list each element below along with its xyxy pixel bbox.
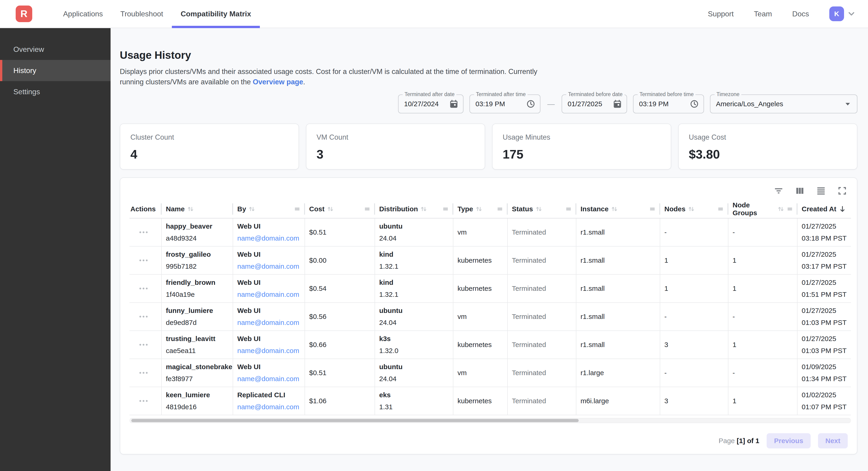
column-menu-icon[interactable] — [565, 206, 572, 212]
cell-status: Terminated — [508, 387, 576, 415]
created-by-email-link[interactable]: name@domain.com — [237, 403, 301, 411]
previous-button[interactable]: Previous — [767, 433, 811, 448]
row-actions-button[interactable] — [129, 331, 162, 358]
ellipsis-icon — [138, 286, 149, 291]
column-menu-icon[interactable] — [294, 206, 300, 212]
col-header-created-at[interactable]: Created At — [798, 200, 851, 218]
row-actions-button[interactable] — [129, 275, 162, 302]
terminated-after-time-input[interactable]: Terminated after time 03:19 PM — [469, 94, 540, 113]
calendar-icon[interactable] — [613, 99, 622, 109]
nav-item-applications[interactable]: Applications — [54, 0, 112, 28]
col-label: Distribution — [379, 205, 418, 213]
created-by-email-link[interactable]: name@domain.com — [237, 375, 301, 383]
filter-icon[interactable] — [774, 186, 783, 196]
created-by-email-link[interactable]: name@domain.com — [237, 318, 301, 327]
col-header-node-groups[interactable]: Node Groups — [728, 200, 798, 218]
sidebar-item-overview[interactable]: Overview — [0, 39, 111, 60]
column-menu-icon[interactable] — [497, 206, 503, 212]
overview-page-link[interactable]: Overview page — [253, 78, 303, 86]
density-icon[interactable] — [816, 186, 826, 196]
scrollbar-thumb[interactable] — [131, 419, 579, 422]
column-menu-icon[interactable] — [442, 206, 449, 212]
created-by-email-link[interactable]: name@domain.com — [237, 234, 301, 243]
created-time: 01:51 PM PST — [802, 290, 851, 299]
row-actions-button[interactable] — [129, 359, 162, 387]
filter-bar: Terminated after date 10/27/2024 Termina… — [120, 94, 858, 113]
sidebar-item-settings[interactable]: Settings — [0, 81, 111, 102]
ellipsis-icon — [138, 258, 149, 263]
table-row: happy_beaver a48d9324 Web UI name@domain… — [129, 218, 851, 246]
columns-icon[interactable] — [795, 186, 804, 196]
cell-cost: $0.51 — [305, 359, 375, 387]
created-by-email-link[interactable]: name@domain.com — [237, 262, 301, 271]
created-date: 01/02/2025 — [802, 390, 851, 399]
cell-status: Terminated — [508, 275, 576, 302]
nav-item-docs[interactable]: Docs — [792, 10, 809, 18]
col-header-status[interactable]: Status — [508, 200, 576, 218]
col-header-distribution[interactable]: Distribution — [375, 200, 453, 218]
column-menu-icon[interactable] — [649, 206, 656, 212]
sort-icon — [777, 206, 784, 212]
timezone-select[interactable]: Timezone America/Los_Angeles — [710, 94, 858, 113]
row-actions-button[interactable] — [129, 387, 162, 415]
col-header-nodes[interactable]: Nodes — [660, 200, 728, 218]
avatar[interactable]: K — [829, 6, 844, 21]
clock-icon[interactable] — [526, 99, 535, 109]
next-button[interactable]: Next — [818, 433, 848, 448]
created-date: 01/09/2025 — [802, 362, 851, 371]
cell-type: kubernetes — [453, 387, 508, 415]
table-row: trusting_leavitt cae5ea11 Web UI name@do… — [129, 331, 851, 359]
cell-created-at: 01/27/2025 03:17 PM PST — [798, 246, 851, 274]
stat-card-usage-minutes: Usage Minutes 175 — [492, 123, 671, 170]
col-header-instance[interactable]: Instance — [576, 200, 660, 218]
clock-icon[interactable] — [690, 99, 699, 109]
nav-item-support[interactable]: Support — [708, 10, 734, 18]
replicated-logo[interactable]: R — [16, 5, 32, 22]
distribution-name: ubuntu — [379, 222, 449, 231]
field-value: 03:19 PM — [475, 100, 526, 108]
cell-instance: r1.small — [576, 331, 660, 358]
terminated-before-date-input[interactable]: Terminated before date 01/27/2025 — [562, 94, 627, 113]
cluster-name: frosty_galileo — [166, 250, 229, 259]
fullscreen-icon[interactable] — [838, 186, 847, 196]
col-label: Nodes — [664, 205, 686, 213]
cell-cost: $0.51 — [305, 218, 375, 246]
nav-item-troubleshoot[interactable]: Troubleshoot — [112, 0, 172, 28]
cell-status: Terminated — [508, 303, 576, 330]
column-menu-icon[interactable] — [364, 206, 370, 212]
terminated-before-time-input[interactable]: Terminated before time 03:19 PM — [633, 94, 704, 113]
column-menu-icon[interactable] — [717, 206, 724, 212]
main-content: Usage History Displays prior clusters/VM… — [111, 28, 868, 471]
cell-created-at: 01/09/2025 01:34 PM PST — [798, 359, 851, 387]
column-menu-icon[interactable] — [787, 206, 793, 212]
row-actions-button[interactable] — [129, 218, 162, 246]
created-by-email-link[interactable]: name@domain.com — [237, 290, 301, 299]
page-title: Usage History — [120, 49, 858, 61]
cell-distribution: k3s 1.32.0 — [375, 331, 453, 358]
row-actions-button[interactable] — [129, 303, 162, 330]
calendar-icon[interactable] — [449, 99, 458, 109]
nav-item-compatibility-matrix[interactable]: Compatibility Matrix — [172, 0, 260, 28]
created-by-email-link[interactable]: name@domain.com — [237, 346, 301, 355]
cell-instance: r1.small — [576, 275, 660, 302]
distribution-version: 24.04 — [379, 375, 449, 383]
cluster-name: happy_beaver — [166, 222, 229, 231]
nav-item-team[interactable]: Team — [754, 10, 772, 18]
created-time: 03:17 PM PST — [802, 262, 851, 271]
sort-icon — [535, 206, 542, 212]
col-label: Created At — [802, 205, 836, 213]
cell-by: Web UI name@domain.com — [233, 359, 305, 387]
cell-nodes: 3 — [660, 387, 728, 415]
cell-created-at: 01/27/2025 01:51 PM PST — [798, 275, 851, 302]
row-actions-button[interactable] — [129, 246, 162, 274]
ellipsis-icon — [138, 399, 149, 403]
cell-node-groups: - — [728, 359, 798, 387]
col-header-name[interactable]: Name — [162, 200, 233, 218]
terminated-after-date-input[interactable]: Terminated after date 10/27/2024 — [398, 94, 464, 113]
col-header-by[interactable]: By — [233, 200, 305, 218]
col-header-type[interactable]: Type — [453, 200, 508, 218]
created-by-source: Web UI — [237, 334, 301, 343]
sidebar-item-history[interactable]: History — [0, 60, 111, 81]
col-header-cost[interactable]: Cost — [305, 200, 375, 218]
account-menu[interactable]: K — [829, 6, 856, 21]
